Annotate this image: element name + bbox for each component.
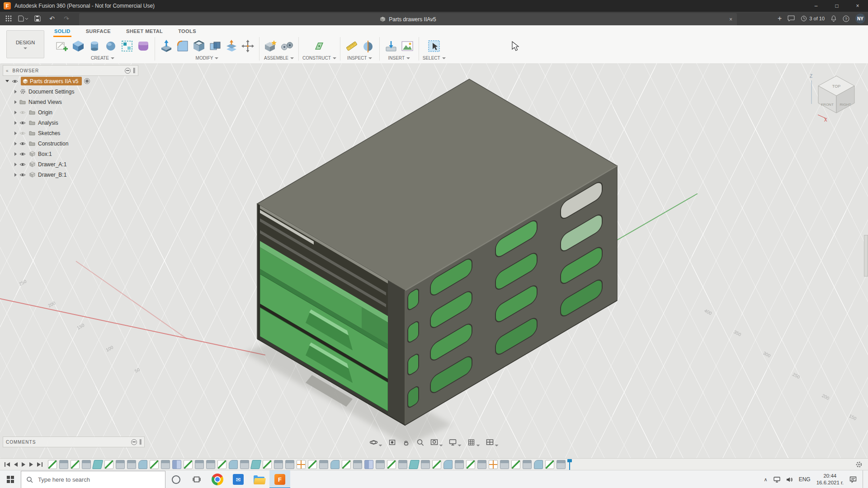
step-back-button[interactable] [14,462,18,467]
timeline-feature-extrude-icon[interactable] [319,460,328,469]
form-icon[interactable] [136,38,151,54]
expand-caret-icon[interactable] [14,121,17,125]
mail-button[interactable]: ✉ [228,470,249,488]
collapse-left-icon[interactable]: « [6,68,9,73]
move-copy-icon[interactable] [240,38,255,54]
timeline-feature-fillet-icon[interactable] [534,460,543,469]
timeline-feature-extrude-icon[interactable] [127,460,136,469]
eye-icon[interactable] [19,141,26,146]
action-center-icon[interactable] [849,476,857,483]
browser-item-named-views[interactable]: Named Views [3,97,138,107]
maximize-button[interactable]: □ [826,0,847,12]
timeline-feature-sketch-icon[interactable] [104,460,113,469]
box-icon[interactable] [71,38,86,54]
shell-icon[interactable] [191,38,207,54]
cortana-button[interactable] [165,470,186,488]
sphere-icon[interactable] [103,38,118,54]
timeline-feature-extrude-icon[interactable] [116,460,125,469]
viewcube-right-label[interactable]: RIGHT [840,103,851,107]
timeline-feature-extrude-icon[interactable] [59,460,68,469]
timeline-feature-extrude-icon[interactable] [206,460,215,469]
timeline-feature-combine-icon[interactable] [364,460,373,469]
expand-caret-icon[interactable] [14,131,17,135]
browser-item-drawer-b[interactable]: Drawer_B:1 [3,169,138,180]
job-status[interactable]: 3 of 10 [801,15,825,22]
timeline-feature-fillet-icon[interactable] [138,460,147,469]
browser-item-box[interactable]: Box:1 [3,149,138,159]
timeline-feature-extrude-icon[interactable] [557,460,566,469]
new-tab-icon[interactable]: + [778,14,782,23]
construction-plane-icon[interactable] [311,38,327,54]
apps-grid-icon[interactable] [3,14,14,23]
tray-expand-chevron-icon[interactable]: ∧ [764,477,768,483]
timeline-feature-move-icon[interactable] [489,460,498,469]
browser-item-document-settings[interactable]: Document Settings [3,86,138,97]
modify-dropdown[interactable]: MODIFY [196,56,219,61]
timeline-feature-fillet-icon[interactable] [443,460,453,469]
insert-canvas-icon[interactable] [400,38,415,54]
timeline-feature-extrude-icon[interactable] [398,460,407,469]
timeline-feature-plane-icon[interactable] [409,460,420,469]
create-dropdown[interactable]: CREATE [91,56,114,61]
combine-icon[interactable] [208,38,223,54]
pan-icon[interactable] [402,438,410,446]
step-forward-button[interactable] [29,462,33,467]
help-icon[interactable]: ? [843,15,849,22]
comments-bubble-icon[interactable] [788,15,795,22]
tab-tools[interactable]: TOOLS [177,26,197,37]
look-at-icon[interactable] [388,438,396,446]
viewcube-top-label[interactable]: TOP [832,84,840,89]
undo-icon[interactable]: ↶ [46,14,58,23]
eye-icon[interactable] [19,152,26,156]
timeline-feature-extrude-icon[interactable] [161,460,170,469]
timeline-feature-fillet-icon[interactable] [330,460,340,469]
comments-panel[interactable]: COMMENTS [3,436,145,447]
expand-caret-icon[interactable] [14,142,17,145]
file-menu-icon[interactable] [17,14,29,23]
search-input[interactable] [37,476,165,483]
close-button[interactable]: × [847,0,868,12]
timeline-feature-combine-icon[interactable] [172,460,181,469]
section-analysis-icon[interactable] [360,38,376,54]
notifications-bell-icon[interactable] [830,15,837,22]
expand-caret-icon[interactable] [14,111,17,114]
save-icon[interactable] [32,14,43,23]
timeline-feature-sketch-icon[interactable] [184,460,193,469]
timeline-feature-extrude-icon[interactable] [353,460,362,469]
timeline-feature-extrude-icon[interactable] [240,460,249,469]
tab-surface[interactable]: SURFACE [85,26,112,37]
eye-icon[interactable] [19,173,26,177]
inspect-dropdown[interactable]: INSPECT [347,56,372,61]
insert-derive-icon[interactable] [383,38,399,54]
timeline-feature-plane-icon[interactable] [92,460,103,469]
timeline-feature-extrude-icon[interactable] [500,460,509,469]
pattern-icon[interactable] [119,38,135,54]
viewports-icon[interactable] [486,438,499,446]
timeline-feature-sketch-icon[interactable] [150,460,159,469]
timeline-feature-extrude-icon[interactable] [421,460,430,469]
timeline-feature-extrude-icon[interactable] [455,460,464,469]
eye-icon[interactable] [11,79,19,84]
zoom-icon[interactable] [416,438,425,446]
insert-dropdown[interactable]: INSERT [388,56,410,61]
timeline-feature-extrude-icon[interactable] [376,460,385,469]
cylinder-icon[interactable] [87,38,102,54]
eye-icon[interactable] [19,162,26,167]
measure-icon[interactable] [344,38,359,54]
select-dropdown[interactable]: SELECT [423,56,446,61]
press-pull-icon[interactable] [159,38,174,54]
browser-item-drawer-a[interactable]: Drawer_A:1 [3,159,138,169]
view-cube[interactable]: Z TOP FRONT RIGHT X [802,68,866,124]
create-sketch-icon[interactable] [54,38,70,54]
timeline-feature-extrude-icon[interactable] [285,460,294,469]
panel-grip[interactable] [133,68,135,73]
expand-caret-icon[interactable] [5,80,9,82]
timeline-feature-sketch-icon[interactable] [263,460,272,469]
timeline-feature-sketch-icon[interactable] [387,460,396,469]
timeline-settings-gear-icon[interactable] [855,461,863,468]
volume-icon[interactable] [786,477,793,483]
orbit-icon[interactable] [370,438,382,446]
browser-item-construction[interactable]: Construction [3,138,138,149]
expand-caret-icon[interactable] [14,100,17,104]
language-indicator[interactable]: ENG [799,476,811,483]
